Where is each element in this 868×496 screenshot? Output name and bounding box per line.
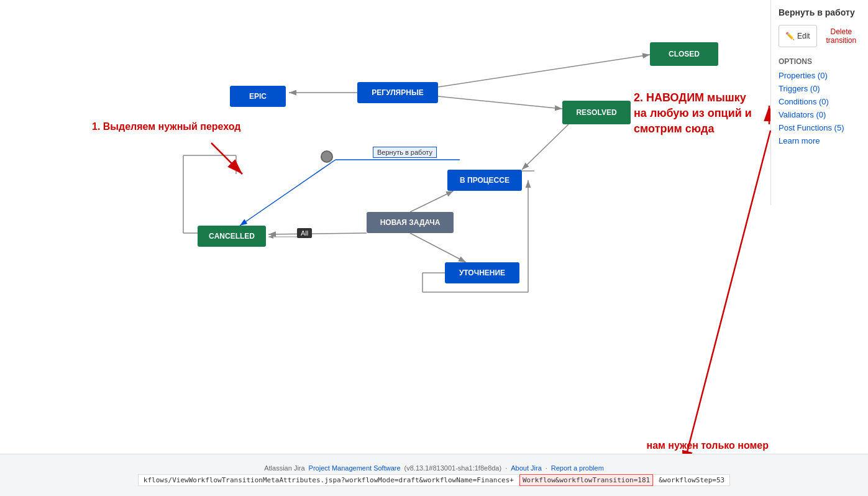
panel-action-row: ✏️ Edit Delete transition bbox=[779, 25, 861, 47]
annotation-step2: 2. НАВОДИМ мышкуна любую из опций исмотр… bbox=[634, 90, 752, 137]
atlassian-text: Atlassian Jira bbox=[264, 464, 304, 472]
report-problem-link[interactable]: Report a problem bbox=[551, 464, 604, 472]
right-panel: Вернуть в работу ✏️ Edit Delete transiti… bbox=[770, 0, 868, 205]
footer-top: Atlassian Jira Project Management Softwa… bbox=[264, 464, 604, 472]
node-cancelled[interactable]: CANCELLED bbox=[198, 226, 266, 247]
node-resolved[interactable]: RESOLVED bbox=[562, 101, 631, 124]
svg-line-4 bbox=[438, 55, 650, 87]
svg-line-14 bbox=[410, 233, 466, 262]
about-jira-link[interactable]: About Jira bbox=[511, 464, 542, 472]
node-regulyarnye[interactable]: РЕГУЛЯРНЫЕ bbox=[357, 82, 438, 103]
svg-line-20 bbox=[410, 191, 454, 212]
node-closed[interactable]: CLOSED bbox=[650, 42, 718, 66]
triggers-link[interactable]: Triggers (0) bbox=[779, 84, 861, 93]
project-management-link[interactable]: Project Management Software bbox=[309, 464, 401, 472]
panel-title: Вернуть в работу bbox=[779, 7, 861, 17]
bottom-annotation: нам нужен только номер bbox=[647, 440, 769, 451]
conditions-link[interactable]: Conditions (0) bbox=[779, 97, 861, 106]
url-bar-container: kflows/ViewWorkflowTransitionMetaAttribu… bbox=[138, 474, 730, 486]
url-bar-end: &workflowStep=53 bbox=[653, 474, 730, 486]
learn-more-link[interactable]: Learn more bbox=[779, 136, 861, 145]
connector-circle bbox=[321, 150, 333, 163]
footer: Atlassian Jira Project Management Softwa… bbox=[0, 454, 868, 496]
edit-button[interactable]: ✏️ Edit bbox=[779, 25, 817, 47]
node-v-processe[interactable]: В ПРОЦЕССЕ bbox=[447, 170, 522, 191]
edit-icon: ✏️ bbox=[785, 32, 795, 40]
workflow-canvas: CLOSED RESOLVED EPIC РЕГУЛЯРНЫЕ В ПРОЦЕС… bbox=[0, 0, 770, 454]
all-tag[interactable]: All bbox=[297, 228, 312, 238]
delete-transition-button[interactable]: Delete transition bbox=[822, 25, 861, 47]
node-utochnenie[interactable]: УТОЧНЕНИЕ bbox=[445, 262, 519, 283]
annotation-step1: 1. Выделяем нужный переход bbox=[92, 121, 240, 132]
options-heading: Options bbox=[779, 57, 861, 66]
svg-line-8 bbox=[240, 160, 336, 226]
properties-link[interactable]: Properties (0) bbox=[779, 71, 861, 80]
node-epic[interactable]: EPIC bbox=[230, 86, 286, 107]
post-functions-link[interactable]: Post Functions (5) bbox=[779, 123, 861, 132]
node-novaya-zadacha[interactable]: НОВАЯ ЗАДАЧА bbox=[367, 212, 454, 233]
url-bar-highlight: Workflow&workflowTransition=181 bbox=[519, 474, 653, 486]
url-bar-start: kflows/ViewWorkflowTransitionMetaAttribu… bbox=[138, 474, 519, 486]
svg-line-23 bbox=[211, 143, 242, 174]
transition-vernut-v-rabotu[interactable]: Вернуть в работу bbox=[373, 147, 437, 158]
footer-version: (v8.13.1#813001-sha1:1f8e8da) bbox=[404, 464, 502, 472]
svg-line-5 bbox=[438, 96, 562, 109]
svg-line-9 bbox=[268, 233, 367, 234]
svg-line-6 bbox=[522, 124, 569, 170]
validators-link[interactable]: Validators (0) bbox=[779, 110, 861, 119]
